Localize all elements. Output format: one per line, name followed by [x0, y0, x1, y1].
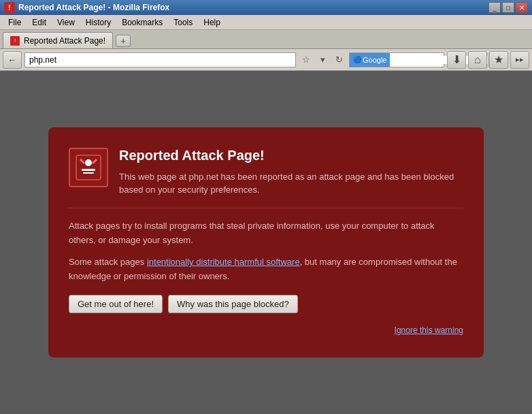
close-button[interactable]: ✕ — [516, 2, 528, 13]
window-controls: _ □ ✕ — [488, 2, 528, 13]
menu-view[interactable]: View — [52, 16, 80, 29]
bookmarks-button[interactable]: ★ — [489, 51, 508, 69]
card-header: Reported Attack Page! This web page at p… — [69, 148, 463, 208]
home-button[interactable]: ⌂ — [468, 51, 487, 69]
back-button[interactable]: ← — [3, 51, 22, 69]
star-icon[interactable]: ☆ — [299, 52, 314, 67]
body-paragraph-1: Attack pages try to install programs tha… — [69, 219, 463, 248]
menu-edit[interactable]: Edit — [27, 16, 52, 29]
search-engine-name: Google — [363, 56, 386, 64]
minimize-button[interactable]: _ — [488, 2, 501, 13]
ignore-warning-link[interactable]: Ignore this warning — [395, 324, 463, 337]
svg-rect-2 — [82, 169, 95, 171]
card-title: Reported Attack Page! — [119, 148, 463, 163]
page-content: Reported Attack Page! This web page at p… — [0, 71, 532, 414]
get-out-button[interactable]: Get me out of here! — [69, 295, 163, 313]
tab-label: Reported Attack Page! — [24, 36, 105, 46]
more-button[interactable]: ▸▸ — [510, 51, 529, 69]
tab-favicon: ! — [10, 36, 20, 46]
card-header-text: Reported Attack Page! This web page at p… — [119, 148, 463, 197]
refresh-icon[interactable]: ↻ — [331, 52, 346, 67]
svg-rect-3 — [83, 172, 94, 174]
menu-bar: File Edit View History Bookmarks Tools H… — [0, 15, 532, 30]
harmful-software-link[interactable]: intentionally distribute harmful softwar… — [147, 257, 300, 267]
nav-bar: ← php.net ☆ ▾ ↻ 🔵 Google 🔍 ⬇ ⌂ ★ ▸▸ — [0, 49, 532, 71]
new-tab-button[interactable]: + — [116, 35, 131, 47]
ignore-link-container: Ignore this warning — [69, 324, 463, 337]
body2-start: Some attack pages — [69, 257, 147, 267]
tab-bar: ! Reported Attack Page! + — [0, 30, 532, 49]
nav-right-buttons: ⬇ ⌂ ★ ▸▸ — [447, 51, 529, 69]
svg-rect-0 — [76, 155, 101, 180]
attack-warning-card: Reported Attack Page! This web page at p… — [48, 127, 484, 357]
search-engine-icon: 🔵 — [353, 56, 361, 63]
window-title: Reported Attack Page! - Mozilla Firefox — [18, 3, 485, 12]
title-bar: ! Reported Attack Page! - Mozilla Firefo… — [0, 0, 532, 15]
url-bar[interactable]: php.net — [24, 52, 296, 67]
card-subtitle: This web page at php.net has been report… — [119, 170, 463, 197]
url-icons: ☆ ▾ ↻ — [299, 52, 346, 67]
card-body: Attack pages try to install programs tha… — [69, 219, 463, 337]
menu-history[interactable]: History — [80, 16, 116, 29]
attack-icon-svg — [75, 154, 102, 181]
menu-tools[interactable]: Tools — [168, 16, 198, 29]
why-blocked-button[interactable]: Why was this page blocked? — [168, 295, 298, 313]
search-bar[interactable]: 🔵 Google 🔍 — [349, 52, 444, 67]
action-buttons: Get me out of here! Why was this page bl… — [69, 295, 463, 313]
tab-active[interactable]: ! Reported Attack Page! — [3, 32, 113, 48]
svg-point-1 — [85, 159, 92, 166]
search-engine-label: 🔵 Google — [350, 53, 390, 67]
dropdown-icon[interactable]: ▾ — [315, 52, 330, 67]
attack-icon — [69, 148, 108, 187]
maximize-button[interactable]: □ — [502, 2, 514, 13]
url-text: php.net — [29, 55, 56, 65]
download-button[interactable]: ⬇ — [447, 51, 466, 69]
menu-file[interactable]: File — [3, 16, 27, 29]
menu-help[interactable]: Help — [198, 16, 226, 29]
body-paragraph-2: Some attack pages intentionally distribu… — [69, 255, 463, 284]
menu-bookmarks[interactable]: Bookmarks — [116, 16, 168, 29]
window-favicon: ! — [4, 2, 15, 13]
